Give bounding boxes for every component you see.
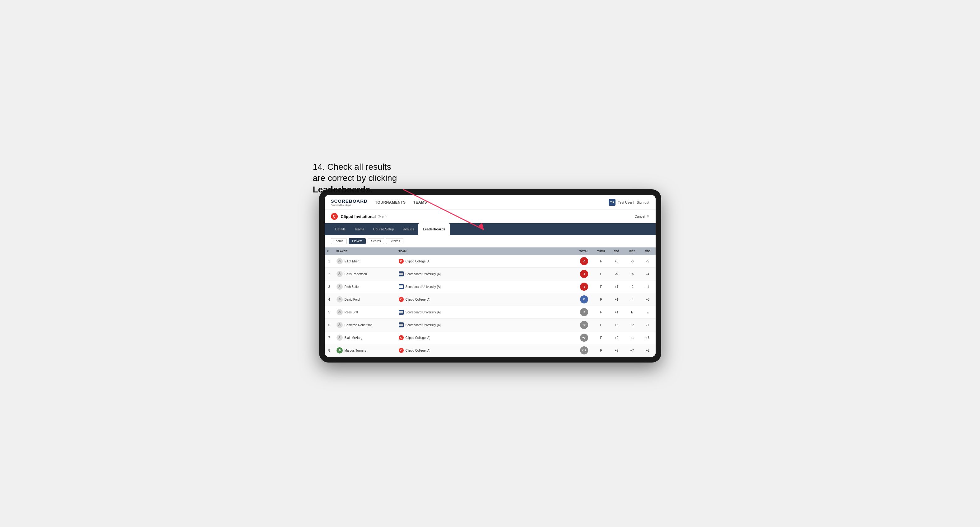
rd3-cell: -5 xyxy=(640,255,655,268)
svg-rect-9 xyxy=(399,286,403,287)
thru-cell: F xyxy=(593,319,609,332)
svg-rect-15 xyxy=(399,313,403,313)
rank-cell: 2 xyxy=(325,268,334,281)
team-name: Scoreboard University [A] xyxy=(406,323,441,327)
rd2-cell: E xyxy=(625,306,640,319)
rd1-cell: +1 xyxy=(609,293,625,306)
nav-tournaments[interactable]: TOURNAMENTS xyxy=(375,199,406,206)
table-row: 8Marcus TurnersCClippd College [A]+11F+2… xyxy=(325,344,655,357)
player-cell: Cameron Robertson xyxy=(334,319,396,332)
filter-players[interactable]: Players xyxy=(348,238,366,244)
svg-rect-10 xyxy=(399,287,403,288)
svg-point-3 xyxy=(339,272,340,274)
signout-link[interactable]: Sign out xyxy=(636,200,649,204)
team-name: Clippd College [A] xyxy=(406,336,430,340)
svg-rect-8 xyxy=(399,286,403,286)
col-rd1: RD1 xyxy=(609,248,625,255)
table-row: 3Rich ButlerScoreboard University [A]-2F… xyxy=(325,281,655,293)
tab-course-setup[interactable]: Course Setup xyxy=(369,223,398,235)
filter-scores[interactable]: Scores xyxy=(368,238,384,244)
player-name: Rees Britt xyxy=(345,311,358,314)
player-name: Blair McHarg xyxy=(345,336,363,340)
col-player: PLAYER xyxy=(334,248,396,255)
rank-cell: 6 xyxy=(325,319,334,332)
top-nav: SCOREBOARD Powered by clippd TOURNAMENTS… xyxy=(325,195,655,210)
team-cell: Scoreboard University [A] xyxy=(396,319,575,332)
total-cell: -8 xyxy=(575,255,593,268)
cancel-label: Cancel xyxy=(635,214,645,218)
nav-teams[interactable]: TEAMS xyxy=(413,199,427,206)
team-name: Clippd College [A] xyxy=(406,298,430,301)
player-cell: Chris Robertson xyxy=(334,268,396,281)
tab-details[interactable]: Details xyxy=(331,223,350,235)
tournament-name: Clippd Invitational xyxy=(341,214,376,219)
rd1-cell: +2 xyxy=(609,344,625,357)
svg-rect-6 xyxy=(399,274,403,275)
rd2-cell: +2 xyxy=(625,319,640,332)
team-name: Scoreboard University [A] xyxy=(406,311,441,314)
table-row: 7Blair McHargCClippd College [A]+9F+2+1+… xyxy=(325,332,655,344)
svg-point-7 xyxy=(339,285,340,287)
cancel-button[interactable]: Cancel ✕ xyxy=(635,214,649,219)
player-cell: Elliot Ebert xyxy=(334,255,396,268)
rd3-cell: -4 xyxy=(640,268,655,281)
rd1-cell: +5 xyxy=(609,319,625,332)
player-cell: Rees Britt xyxy=(334,306,396,319)
team-logo-s xyxy=(399,310,404,315)
score-badge: -2 xyxy=(580,283,588,291)
tournament-header: C Clippd Invitational (Men) Cancel ✕ xyxy=(325,210,655,223)
leaderboard-table: # PLAYER TEAM TOTAL THRU RD1 RD2 RD3 1El… xyxy=(325,248,655,357)
team-cell: Scoreboard University [A] xyxy=(396,268,575,281)
svg-rect-14 xyxy=(399,312,403,313)
player-avatar xyxy=(337,335,343,341)
score-badge: +1 xyxy=(580,308,588,316)
player-name: Elliot Ebert xyxy=(345,260,360,263)
player-name: Rich Butler xyxy=(345,285,360,289)
rd2-cell: -4 xyxy=(625,293,640,306)
filter-teams[interactable]: Teams xyxy=(331,238,347,244)
svg-rect-13 xyxy=(399,311,403,312)
table-row: 6Cameron RobertsonScoreboard University … xyxy=(325,319,655,332)
rd3-cell: +2 xyxy=(640,344,655,357)
total-cell: +11 xyxy=(575,344,593,357)
team-logo-s xyxy=(399,271,404,276)
logo-sub: Powered by clippd xyxy=(331,204,368,206)
thru-cell: F xyxy=(593,306,609,319)
table-row: 1Elliot EbertCClippd College [A]-8F+3-6-… xyxy=(325,255,655,268)
col-rd3: RD3 xyxy=(640,248,655,255)
svg-point-11 xyxy=(339,298,340,299)
rd3-cell: E xyxy=(640,306,655,319)
close-icon: ✕ xyxy=(647,214,649,219)
thru-cell: F xyxy=(593,332,609,344)
rank-cell: 7 xyxy=(325,332,334,344)
total-cell: +6 xyxy=(575,319,593,332)
logo-area: SCOREBOARD Powered by clippd xyxy=(331,198,368,206)
team-logo-c: C xyxy=(399,335,404,340)
tab-leaderboards[interactable]: Leaderboards xyxy=(418,223,450,235)
table-header: # PLAYER TEAM TOTAL THRU RD1 RD2 RD3 xyxy=(325,248,655,255)
tab-results[interactable]: Results xyxy=(398,223,418,235)
score-badge: -4 xyxy=(580,270,588,278)
rank-cell: 1 xyxy=(325,255,334,268)
rd1-cell: +1 xyxy=(609,281,625,293)
player-avatar xyxy=(337,258,343,264)
team-logo-c: C xyxy=(399,348,404,353)
team-cell: Scoreboard University [A] xyxy=(396,281,575,293)
rank-cell: 4 xyxy=(325,293,334,306)
table-row: 2Chris RobertsonScoreboard University [A… xyxy=(325,268,655,281)
rd3-cell: -1 xyxy=(640,319,655,332)
col-team: TEAM xyxy=(396,248,575,255)
tab-teams[interactable]: Teams xyxy=(350,223,369,235)
player-cell: David Ford xyxy=(334,293,396,306)
score-badge: +9 xyxy=(580,333,588,342)
thru-cell: F xyxy=(593,281,609,293)
instruction-line1: 14. xyxy=(313,162,325,171)
player-cell: Blair McHarg xyxy=(334,332,396,344)
outer-wrapper: 14. Check all results are correct by cli… xyxy=(319,165,661,362)
player-avatar xyxy=(337,309,343,315)
svg-point-21 xyxy=(339,349,340,351)
svg-point-12 xyxy=(339,311,340,312)
team-cell: CClippd College [A] xyxy=(396,332,575,344)
filter-strokes[interactable]: Strokes xyxy=(386,238,403,244)
svg-rect-19 xyxy=(399,325,403,326)
